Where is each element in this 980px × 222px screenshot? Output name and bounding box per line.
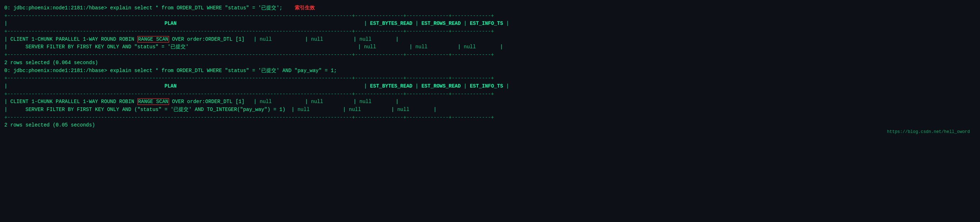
table2-rows-header: EST_ROWS_READ: [421, 83, 460, 89]
table2-top-border: +---------------------------------------…: [4, 75, 976, 83]
null-1-3: null: [360, 37, 372, 42]
table2-data-row-1: | CLIENT 1-CHUNK PARALLEL 1-WAY ROUND RO…: [4, 98, 976, 106]
prompt-1: 0: jdbc:phoenix:node1:2181:/hbase>: [4, 5, 107, 11]
table1-header-border: +---------------------------------------…: [4, 28, 976, 36]
table1-bytes-header: EST_BYTES_READ: [370, 21, 413, 26]
null-2-1: null: [364, 44, 376, 50]
query-2: explain select * from ORDER_DTL WHERE "s…: [107, 68, 337, 73]
table1-header: | PLAN | EST_BYTES_READ | EST_ROWS_READ …: [4, 20, 976, 28]
terminal-window: 0: jdbc:phoenix:node1:2181:/hbase> expla…: [0, 3, 980, 136]
null-3-3: null: [360, 99, 372, 104]
source-url: https://blog.csdn.net/hell_oword: [4, 129, 976, 134]
prompt-line-2: 0: jdbc:phoenix:node1:2181:/hbase> expla…: [4, 67, 976, 75]
null-4-1: null: [298, 107, 310, 112]
table1-info-header: EST_INFO_TS: [470, 21, 503, 26]
table2-header: | PLAN | EST_BYTES_READ | EST_ROWS_READ …: [4, 83, 976, 91]
null-1-1: null: [260, 37, 272, 42]
table2-bytes-header: EST_BYTES_READ: [370, 83, 413, 89]
range-scan-highlight-1: RANGE SCAN: [137, 36, 169, 43]
table2-info-header: EST_INFO_TS: [470, 83, 503, 89]
query-1: explain select * from ORDER_DTL WHERE "s…: [107, 5, 282, 11]
table2-header-border: +---------------------------------------…: [4, 91, 976, 98]
table1-bottom-border: +---------------------------------------…: [4, 51, 976, 59]
null-3-2: null: [311, 99, 323, 104]
table1-data-row-2: | SERVER FILTER BY FIRST KEY ONLY AND "s…: [4, 43, 976, 51]
table2-plan-header: PLAN: [7, 83, 364, 89]
null-1-2: null: [311, 37, 323, 42]
rows-selected-1: 2 rows selected (0.064 seconds): [4, 59, 976, 67]
table1-data-row-1: | CLIENT 1-CHUNK PARALLEL 1-WAY ROUND RO…: [4, 36, 976, 44]
null-3-1: null: [260, 99, 272, 104]
null-2-2: null: [415, 44, 428, 50]
table1-rows-header: EST_ROWS_READ: [421, 21, 460, 26]
table2-data-row-2: | SERVER FILTER BY FIRST KEY ONLY AND ("…: [4, 106, 976, 114]
prompt-line-1: 0: jdbc:phoenix:node1:2181:/hbase> expla…: [4, 4, 976, 12]
null-4-3: null: [397, 107, 409, 112]
table2-bottom-border: +---------------------------------------…: [4, 114, 976, 122]
table1-plan-header: PLAN: [7, 21, 364, 26]
null-2-3: null: [464, 44, 476, 50]
annotation-1: 索引生效: [282, 5, 315, 11]
null-4-2: null: [349, 107, 361, 112]
range-scan-highlight-2: RANGE SCAN: [137, 98, 169, 105]
rows-selected-2: 2 rows selected (0.05 seconds): [4, 121, 976, 129]
table1-top-border: +---------------------------------------…: [4, 12, 976, 20]
prompt-2: 0: jdbc:phoenix:node1:2181:/hbase>: [4, 68, 107, 73]
